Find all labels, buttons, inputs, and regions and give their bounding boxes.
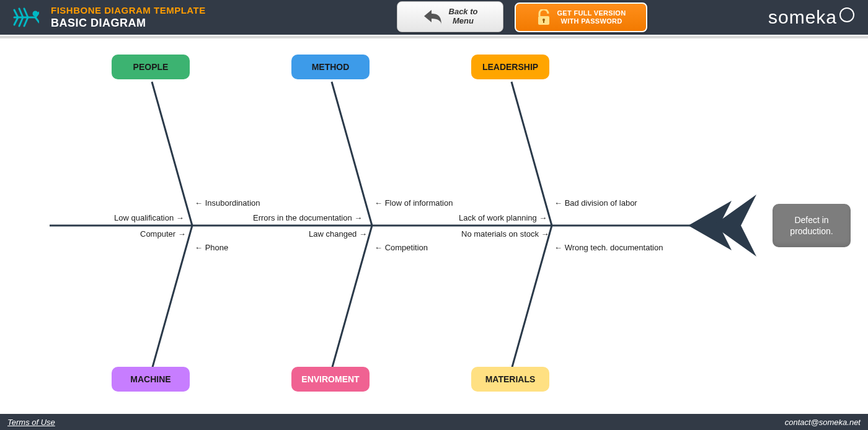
unlock-icon xyxy=(536,9,551,25)
cause-competition: ← Competition xyxy=(374,243,428,252)
svg-line-8 xyxy=(152,226,192,369)
brand-logo: someka xyxy=(768,0,854,35)
contact-email[interactable]: contact@someka.net xyxy=(785,418,861,427)
cause-flow-of-information: ← Flow of information xyxy=(374,198,453,208)
fishbone-logo-icon xyxy=(0,0,50,35)
svg-line-10 xyxy=(512,226,552,369)
brand-mark-icon xyxy=(839,7,854,22)
cause-computer: Computer → xyxy=(140,229,186,239)
cause-wrong-tech-doc: ← Wrong tech. documentation xyxy=(554,243,663,252)
svg-rect-3 xyxy=(543,20,544,23)
app-header: FISHBONE DIAGRAM TEMPLATE BASIC DIAGRAM … xyxy=(0,0,868,35)
category-enviroment[interactable]: ENVIROMENT xyxy=(291,367,370,392)
fishbone-diagram: PEOPLE METHOD LEADERSHIP MACHINE ENVIROM… xyxy=(0,38,868,410)
cause-errors-documentation: Errors in the documentation → xyxy=(253,213,362,222)
cause-bad-division-labor: ← Bad division of labor xyxy=(554,198,637,208)
category-method[interactable]: METHOD xyxy=(291,55,370,79)
brand-text: someka xyxy=(768,7,837,28)
cause-lack-work-planning: Lack of work planning → xyxy=(459,213,547,222)
category-materials[interactable]: MATERIALS xyxy=(471,367,549,392)
svg-line-6 xyxy=(332,82,372,226)
cause-no-materials-stock: No materials on stock → xyxy=(461,229,549,239)
back-to-menu-button[interactable]: Back toMenu xyxy=(397,1,503,32)
cause-insubordination: ← Insubordination xyxy=(195,198,260,208)
full-version-label: GET FULL VERSIONWITH PASSWORD xyxy=(557,9,626,25)
back-arrow-icon xyxy=(423,7,444,26)
svg-line-9 xyxy=(332,226,372,369)
fishbone-skeleton xyxy=(0,38,868,410)
category-people[interactable]: PEOPLE xyxy=(112,55,190,79)
back-button-label: Back toMenu xyxy=(449,7,478,26)
svg-line-5 xyxy=(152,82,192,226)
cause-phone: ← Phone xyxy=(195,243,228,252)
category-machine[interactable]: MACHINE xyxy=(112,367,190,392)
svg-line-7 xyxy=(512,82,552,226)
terms-of-use-link[interactable]: Terms of Use xyxy=(7,418,55,427)
effect-box[interactable]: Defect in production. xyxy=(773,204,851,247)
cause-low-qualification: Low qualification → xyxy=(114,213,184,222)
get-full-version-button[interactable]: GET FULL VERSIONWITH PASSWORD xyxy=(515,2,647,32)
cause-law-changed: Law changed → xyxy=(309,229,367,239)
category-leadership[interactable]: LEADERSHIP xyxy=(471,55,549,79)
svg-marker-12 xyxy=(713,195,756,257)
app-footer: Terms of Use contact@someka.net xyxy=(0,414,868,430)
